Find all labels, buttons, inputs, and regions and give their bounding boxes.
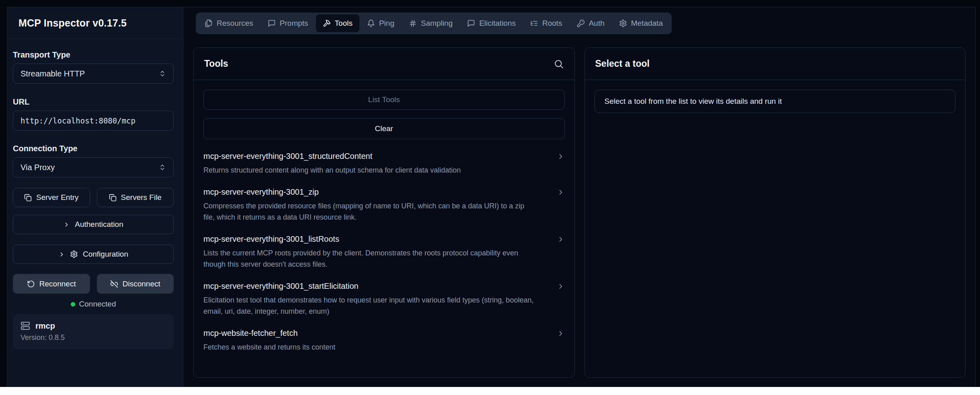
tool-list-item[interactable]: mcp-website-fetcher_fetch Fetches a webs… [203,329,565,353]
files-icon [205,19,213,27]
key-icon [577,19,585,27]
chevron-right-icon [557,235,565,243]
message-square-icon [268,19,276,27]
sidebar: MCP Inspector v0.17.5 Transport Type Str… [7,7,183,387]
chevron-right-icon [557,152,565,160]
transport-type-value: Streamable HTTP [21,69,85,78]
search-icon[interactable] [554,59,564,69]
tab-label: Metadata [631,19,663,28]
tool-list-item[interactable]: mcp-server-everything-3001_listRoots Lis… [203,235,565,270]
tool-description: Compresses the provided resource files (… [203,200,537,223]
content-row: Tools List Tools Clear mcp [193,47,966,378]
tab-metadata[interactable]: Metadata [612,14,670,32]
server-info-card: rmcp Version: 0.8.5 [13,314,174,350]
connection-type-value: Via Proxy [21,163,55,172]
tools-panel-body: List Tools Clear mcp-server-everything-3… [194,80,574,377]
tab-prompts[interactable]: Prompts [261,14,315,32]
reconnect-label: Reconnect [39,280,76,288]
page: MCP Inspector v0.17.5 Transport Type Str… [0,0,980,395]
clear-button[interactable]: Clear [203,118,565,139]
hammer-icon [323,19,331,27]
tool-description: Elicitation test tool that demonstrates … [203,294,537,317]
disconnect-label: Disconnect [123,280,160,288]
tool-name: mcp-server-everything-3001_structuredCon… [203,152,372,161]
chevrons-up-down-icon [159,70,166,77]
tab-resources[interactable]: Resources [198,14,260,32]
tab-auth[interactable]: Auth [570,14,611,32]
configuration-label: Configuration [83,250,128,259]
tool-list-item[interactable]: mcp-server-everything-3001_zip Compresse… [203,187,565,223]
copy-icon [24,194,32,202]
tools-list: mcp-server-everything-3001_structuredCon… [203,152,565,353]
tool-name: mcp-server-everything-3001_startElicitat… [203,282,359,291]
list-tree-icon [530,19,538,27]
configuration-toggle[interactable]: Configuration [13,245,174,264]
rotate-ccw-icon [27,280,35,288]
tab-label: Tools [335,19,353,28]
app-title: MCP Inspector v0.17.5 [18,17,127,29]
chevron-right-icon [557,282,565,290]
tool-list-item[interactable]: mcp-server-everything-3001_structuredCon… [203,152,565,176]
chevron-right-icon [58,251,65,258]
tool-description: Lists the current MCP roots provided by … [203,247,537,270]
url-input[interactable]: http://localhost:8080/mcp [13,111,174,131]
tab-elicitations[interactable]: Elicitations [460,14,523,32]
chevron-right-icon [557,329,565,337]
tab-label: Prompts [280,19,308,28]
tab-label: Ping [379,19,394,28]
server-entry-button[interactable]: Server Entry [13,188,90,207]
unlink-icon [110,280,118,288]
authentication-label: Authentication [75,220,123,229]
tab-label: Resources [217,19,253,28]
server-name: rmcp [35,321,55,331]
chevrons-up-down-icon [159,164,166,171]
empty-state-message: Select a tool from the list to view its … [595,90,956,113]
hash-icon [409,19,417,27]
tools-panel-header: Tools [194,48,574,80]
url-label: URL [13,97,174,107]
authentication-toggle[interactable]: Authentication [13,215,174,234]
app-window: MCP Inspector v0.17.5 Transport Type Str… [0,0,980,387]
status-dot [71,302,75,307]
tab-label: Elicitations [479,19,516,28]
top-nav: Resources Prompts Tools Ping [196,12,672,34]
server-icon [21,321,30,331]
copy-icon [109,194,117,202]
tab-label: Sampling [421,19,453,28]
sidebar-header: MCP Inspector v0.17.5 [7,7,183,39]
tool-description: Fetches a website and returns its conten… [203,342,537,353]
tab-ping[interactable]: Ping [360,14,401,32]
transport-type-select[interactable]: Streamable HTTP [13,64,174,84]
tab-tools[interactable]: Tools [316,14,359,32]
message-square-icon [467,19,475,27]
chevron-right-icon [63,221,70,228]
reconnect-button[interactable]: Reconnect [13,274,90,294]
servers-file-label: Servers File [121,193,162,202]
server-version: Version: 0.8.5 [21,333,166,342]
tab-roots[interactable]: Roots [523,14,569,32]
sidebar-body: Transport Type Streamable HTTP URL http:… [7,39,183,350]
detail-panel-body: Select a tool from the list to view its … [585,80,966,377]
disconnect-button[interactable]: Disconnect [97,274,174,294]
tool-description: Returns structured content along with an… [203,165,537,176]
connection-type-select[interactable]: Via Proxy [13,157,174,177]
server-entry-label: Server Entry [36,193,79,202]
list-tools-button[interactable]: List Tools [203,90,565,110]
tools-panel-title: Tools [204,58,228,69]
gear-icon [70,250,78,258]
detail-panel-header: Select a tool [585,48,966,80]
servers-file-button[interactable]: Servers File [97,188,174,207]
app-frame: MCP Inspector v0.17.5 Transport Type Str… [7,7,976,387]
tool-name: mcp-server-everything-3001_listRoots [203,235,339,244]
url-value: http://localhost:8080/mcp [21,116,135,125]
chevron-right-icon [557,188,565,196]
tab-sampling[interactable]: Sampling [402,14,459,32]
transport-type-label: Transport Type [13,50,174,60]
bell-icon [367,19,375,27]
main-area: Resources Prompts Tools Ping [183,7,975,387]
tool-list-item[interactable]: mcp-server-everything-3001_startElicitat… [203,282,565,317]
tool-name: mcp-website-fetcher_fetch [203,329,298,338]
detail-panel-title: Select a tool [595,58,650,69]
tool-name: mcp-server-everything-3001_zip [203,187,319,197]
tab-label: Auth [589,19,605,28]
